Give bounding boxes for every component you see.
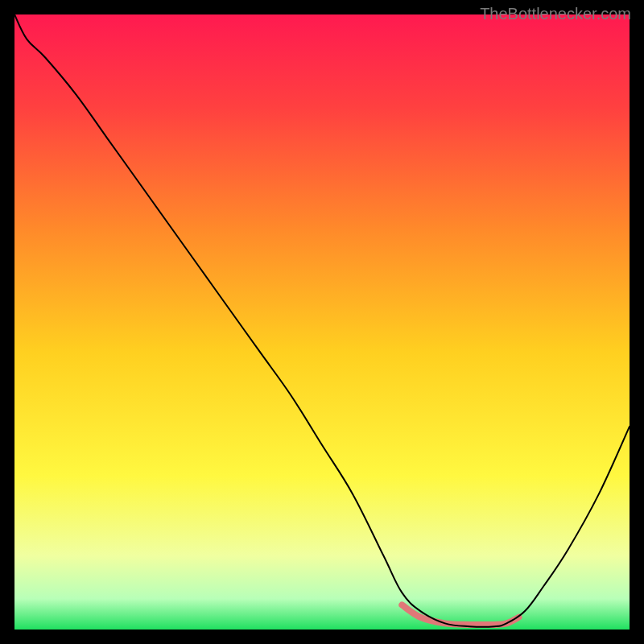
optimal-band-path: [402, 605, 518, 625]
bottleneck-curve-path: [14, 14, 630, 627]
watermark-text: TheBottlenecker.com: [480, 5, 631, 23]
chart-curve-layer: [14, 14, 630, 630]
chart-plot-area: [14, 14, 630, 630]
